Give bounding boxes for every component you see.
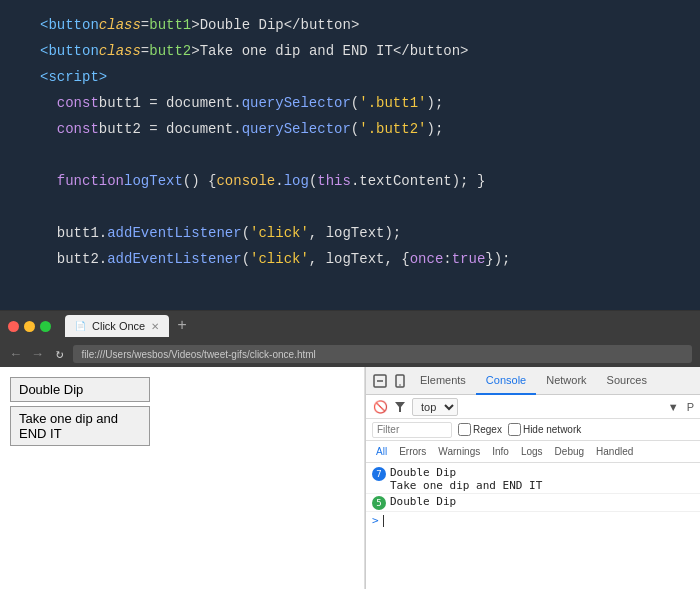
code-token: ( bbox=[242, 248, 250, 270]
level-all[interactable]: All bbox=[372, 446, 391, 457]
forward-button[interactable]: → bbox=[30, 345, 46, 364]
address-bar[interactable]: file:///Users/wesbos/Videos/tweet-gifs/c… bbox=[73, 345, 692, 363]
code-token: addEventListener bbox=[107, 248, 241, 270]
expand-button[interactable]: ▼ bbox=[668, 401, 679, 413]
console-prompt[interactable]: > bbox=[366, 512, 700, 529]
console-output: 7 Double Dip Take one dip and END IT 5 D… bbox=[366, 463, 700, 589]
regex-checkbox-label[interactable]: Regex bbox=[458, 423, 502, 436]
prompt-cursor bbox=[383, 515, 391, 527]
code-line: function logText() { console.log(this.te… bbox=[0, 168, 700, 194]
mobile-icon[interactable] bbox=[390, 371, 410, 391]
filter-icon[interactable] bbox=[392, 399, 408, 415]
take-one-dip-button[interactable]: Take one dip and END IT bbox=[10, 406, 150, 446]
devtools-panel: Elements Console Network Sources 🚫 top ▼… bbox=[365, 367, 700, 589]
code-line-empty bbox=[0, 142, 700, 168]
code-line: butt1.addEventListener('click', logText)… bbox=[0, 220, 700, 246]
code-token: addEventListener bbox=[107, 222, 241, 244]
traffic-lights bbox=[8, 321, 51, 332]
tab-console[interactable]: Console bbox=[476, 367, 536, 395]
level-logs[interactable]: Logs bbox=[517, 446, 547, 457]
page-content: Double Dip Take one dip and END IT bbox=[0, 367, 365, 589]
double-dip-button[interactable]: Double Dip bbox=[10, 377, 150, 402]
tab-bar: 📄 Click Once ✕ + bbox=[65, 315, 187, 337]
close-button[interactable] bbox=[8, 321, 19, 332]
console-line: Take one dip and END IT bbox=[390, 479, 694, 492]
url-display: file:///Users/wesbos/Videos/tweet-gifs/c… bbox=[81, 349, 315, 360]
filter-input[interactable] bbox=[372, 422, 452, 438]
code-token: querySelector bbox=[242, 92, 351, 114]
back-button[interactable]: ← bbox=[8, 345, 24, 364]
code-token: < bbox=[40, 66, 48, 88]
level-bar: All Errors Warnings Info Logs Debug Hand… bbox=[366, 441, 700, 463]
code-token: '.butt2' bbox=[359, 118, 426, 140]
level-info[interactable]: Info bbox=[488, 446, 513, 457]
code-token: , logText); bbox=[309, 222, 401, 244]
browser-chrome-bar: 📄 Click Once ✕ + bbox=[0, 311, 700, 341]
tab-network[interactable]: Network bbox=[536, 367, 596, 395]
code-token: > bbox=[99, 66, 107, 88]
code-token: butt1 = document. bbox=[99, 92, 242, 114]
code-line: const butt1 = document.querySelector('.b… bbox=[0, 90, 700, 116]
code-token: butt2 bbox=[149, 40, 191, 62]
new-tab-button[interactable]: + bbox=[177, 317, 187, 335]
devtools-tabs: Elements Console Network Sources bbox=[366, 367, 700, 395]
code-line: <script> bbox=[0, 64, 700, 90]
code-token: >Double Dip</button> bbox=[191, 14, 359, 36]
console-message-2: Double Dip bbox=[390, 495, 694, 508]
console-line: Double Dip bbox=[390, 466, 694, 479]
code-token: () { bbox=[183, 170, 217, 192]
code-token: ); bbox=[426, 118, 443, 140]
code-token: ); bbox=[426, 92, 443, 114]
minimize-button[interactable] bbox=[24, 321, 35, 332]
refresh-button[interactable]: ↻ bbox=[52, 344, 68, 364]
code-line: butt2.addEventListener('click', logText,… bbox=[0, 246, 700, 272]
code-token: log bbox=[284, 170, 309, 192]
clear-console-button[interactable]: 🚫 bbox=[372, 399, 388, 415]
code-token: this bbox=[317, 170, 351, 192]
code-token: '.butt1' bbox=[359, 92, 426, 114]
browser-tab-active[interactable]: 📄 Click Once ✕ bbox=[65, 315, 169, 337]
browser-content-area: Double Dip Take one dip and END IT Eleme… bbox=[0, 367, 700, 589]
inspect-icon[interactable] bbox=[370, 371, 390, 391]
tab-title: Click Once bbox=[92, 320, 145, 332]
tab-elements[interactable]: Elements bbox=[410, 367, 476, 395]
code-token: >Take one dip and END IT</button> bbox=[191, 40, 468, 62]
code-token: < bbox=[40, 40, 48, 62]
code-token: once bbox=[410, 248, 444, 270]
tab-close-button[interactable]: ✕ bbox=[151, 321, 159, 332]
level-debug[interactable]: Debug bbox=[551, 446, 588, 457]
hide-network-checkbox[interactable] bbox=[508, 423, 521, 436]
code-token: true bbox=[452, 248, 486, 270]
settings-button[interactable]: P bbox=[687, 401, 694, 413]
level-errors[interactable]: Errors bbox=[395, 446, 430, 457]
maximize-button[interactable] bbox=[40, 321, 51, 332]
console-entry-2: 5 Double Dip bbox=[366, 494, 700, 512]
code-token: butt2. bbox=[40, 248, 107, 270]
code-token: ( bbox=[309, 170, 317, 192]
code-token: = bbox=[141, 40, 149, 62]
context-select[interactable]: top bbox=[412, 398, 458, 416]
code-token bbox=[40, 170, 57, 192]
code-token: class bbox=[99, 40, 141, 62]
code-token: ( bbox=[351, 92, 359, 114]
code-line-empty bbox=[0, 194, 700, 220]
code-token: querySelector bbox=[242, 118, 351, 140]
console-toolbar: 🚫 top ▼ P bbox=[366, 395, 700, 419]
level-warnings[interactable]: Warnings bbox=[434, 446, 484, 457]
code-token: function bbox=[57, 170, 124, 192]
code-token: butt2 = document. bbox=[99, 118, 242, 140]
filter-bar: Regex Hide network bbox=[366, 419, 700, 441]
code-token: 'click' bbox=[250, 248, 309, 270]
code-line: <button class=butt1>Double Dip</button> bbox=[0, 12, 700, 38]
nav-bar: ← → ↻ file:///Users/wesbos/Videos/tweet-… bbox=[0, 341, 700, 367]
code-editor: <button class=butt1>Double Dip</button> … bbox=[0, 0, 700, 310]
code-token: console bbox=[216, 170, 275, 192]
level-handled[interactable]: Handled bbox=[592, 446, 637, 457]
tab-sources[interactable]: Sources bbox=[597, 367, 657, 395]
hide-network-checkbox-label[interactable]: Hide network bbox=[508, 423, 581, 436]
svg-marker-4 bbox=[395, 402, 405, 412]
regex-checkbox[interactable] bbox=[458, 423, 471, 436]
console-badge-2: 5 bbox=[372, 496, 386, 510]
code-token: ( bbox=[351, 118, 359, 140]
code-token: : bbox=[443, 248, 451, 270]
